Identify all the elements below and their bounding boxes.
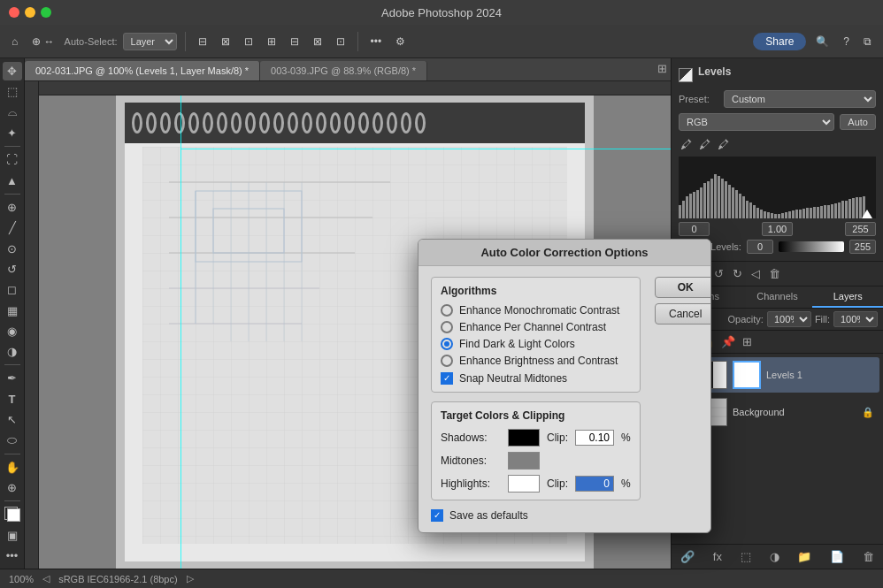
levels-icon	[679, 68, 693, 82]
help-button[interactable]: ?	[839, 33, 854, 50]
path-select-tool[interactable]: ↖	[3, 410, 22, 429]
maximize-button[interactable]	[41, 7, 51, 18]
tab-2[interactable]: 003-039.JPG @ 88.9% (RGB/8) *	[260, 61, 427, 80]
radio-brightness-contrast[interactable]	[441, 355, 453, 367]
blur-tool[interactable]: ◉	[3, 322, 22, 340]
preset-select[interactable]: Custom Default	[724, 90, 876, 108]
eraser-tool[interactable]: ◻	[3, 280, 22, 299]
nav-next[interactable]: ▷	[187, 573, 194, 584]
hand-tool[interactable]: ✋	[3, 458, 22, 477]
fill-select[interactable]: 100%	[833, 311, 878, 327]
magic-wand-tool[interactable]: ✦	[3, 124, 22, 142]
svg-rect-37	[756, 208, 759, 218]
minimize-button[interactable]	[25, 7, 35, 18]
history-brush-tool[interactable]: ↺	[3, 260, 22, 279]
redo-icon[interactable]: ↻	[731, 265, 744, 282]
add-effect-button[interactable]: fx	[711, 548, 724, 565]
lock-artboard-icon[interactable]: ⊞	[741, 333, 754, 350]
lock-position-icon[interactable]: 📌	[719, 333, 737, 350]
pen-tool[interactable]: ✒	[3, 369, 22, 387]
auto-button[interactable]: Auto	[840, 114, 876, 130]
search-button[interactable]: 🔍	[811, 33, 833, 50]
white-point-slider[interactable]	[862, 210, 872, 218]
move-tool-button[interactable]: ⊕ ↔	[27, 33, 58, 50]
levels-max-input[interactable]	[845, 222, 876, 236]
save-defaults-checkbox[interactable]	[431, 509, 443, 522]
eyedropper-tool[interactable]: ▲	[3, 172, 22, 190]
levels-inputs-row	[679, 222, 876, 236]
gradient-tool[interactable]: ▦	[3, 301, 22, 319]
radio-find-dark-light[interactable]	[441, 338, 453, 350]
home-button[interactable]: ⌂	[7, 33, 22, 50]
output-max-input[interactable]	[849, 240, 876, 254]
brush-tool[interactable]: ╱	[3, 218, 22, 237]
rectangular-marquee-tool[interactable]: ⬚	[3, 82, 22, 101]
lasso-tool[interactable]: ⌓	[3, 103, 22, 122]
sample-midtones-icon[interactable]: 🖍	[697, 136, 712, 153]
ok-button[interactable]: OK	[655, 277, 711, 298]
new-layer-button[interactable]: 📄	[828, 548, 846, 565]
color-profile: sRGB IEC61966-2.1 (8bpc)	[58, 574, 178, 584]
tab-1[interactable]: 002-031.JPG @ 100% (Levels 1, Layer Mask…	[25, 61, 260, 80]
radio-per-channel[interactable]	[441, 321, 453, 333]
levels-min-input[interactable]	[679, 222, 710, 236]
undo-icon[interactable]: ↺	[712, 265, 726, 282]
crop-tool[interactable]: ⛶	[3, 150, 22, 169]
nav-prev[interactable]: ◁	[42, 573, 50, 584]
close-button[interactable]	[9, 7, 19, 18]
new-adjustment-button[interactable]: ◑	[768, 548, 781, 565]
svg-rect-30	[732, 187, 734, 218]
align-center-button[interactable]: ⊠	[217, 33, 234, 50]
settings-button[interactable]: ⚙	[391, 33, 410, 50]
zoom-tool[interactable]: ⊕	[3, 478, 22, 497]
sample-highlights-icon[interactable]: 🖍	[716, 136, 731, 153]
sample-shadows-icon[interactable]: 🖍	[679, 136, 694, 153]
tab-channels[interactable]: Channels	[742, 286, 813, 308]
share-button[interactable]: Share	[753, 33, 806, 50]
align-bottom-button[interactable]: ⊠	[309, 33, 326, 50]
align-distributed-button[interactable]: ⊡	[332, 33, 349, 50]
channel-select[interactable]: RGB Red Green Blue	[679, 113, 834, 131]
add-mask-button[interactable]: ⬚	[739, 548, 753, 565]
shadows-row: Shadows: Clip: %	[441, 429, 631, 447]
shadows-pct: %	[621, 431, 631, 444]
highlights-swatch[interactable]	[508, 475, 540, 493]
delete-adjustment-icon[interactable]: 🗑	[767, 265, 782, 282]
healing-tool[interactable]: ⊕	[3, 198, 22, 217]
shadows-clip-input[interactable]	[575, 430, 614, 446]
highlights-clip-input[interactable]	[575, 476, 614, 492]
opacity-select[interactable]: 100%	[767, 311, 811, 327]
levels-mid-input[interactable]	[762, 222, 793, 236]
horizontal-ruler	[25, 81, 671, 95]
output-min-input[interactable]	[747, 240, 773, 254]
radio-monochromatic[interactable]	[441, 304, 453, 317]
quick-mask-tool[interactable]: ▣	[3, 525, 22, 544]
svg-rect-60	[838, 202, 841, 218]
auto-select-select[interactable]: Layer Group	[123, 33, 177, 50]
canvas-expand-button[interactable]: ⊞	[654, 58, 671, 79]
tab-layers[interactable]: Layers	[812, 286, 883, 308]
link-button[interactable]: 🔗	[679, 548, 696, 565]
shape-tool[interactable]: ⬭	[3, 431, 22, 449]
cancel-button[interactable]: Cancel	[655, 303, 711, 325]
arrange-button[interactable]: ⧉	[859, 33, 876, 50]
svg-rect-45	[785, 212, 787, 218]
svg-rect-63	[848, 199, 851, 218]
dodge-tool[interactable]: ◑	[3, 342, 22, 361]
align-middle-button[interactable]: ⊟	[286, 33, 303, 50]
delete-layer-button[interactable]: 🗑	[861, 548, 876, 565]
move-tool[interactable]: ✥	[3, 62, 22, 80]
view-previous-icon[interactable]: ◁	[749, 265, 762, 282]
more-options-button[interactable]: •••	[366, 33, 387, 50]
align-right-button[interactable]: ⊡	[240, 33, 257, 50]
stamp-tool[interactable]: ⊙	[3, 239, 22, 257]
midtones-swatch[interactable]	[508, 452, 540, 470]
more-tools-button[interactable]: •••	[3, 546, 22, 565]
align-top-button[interactable]: ⊞	[263, 33, 280, 50]
text-tool[interactable]: T	[3, 390, 22, 409]
align-left-button[interactable]: ⊟	[194, 33, 211, 50]
shadows-swatch[interactable]	[508, 429, 540, 447]
new-group-button[interactable]: 📁	[795, 548, 813, 565]
foreground-background-color[interactable]	[3, 505, 22, 523]
snap-midtones-checkbox[interactable]	[441, 372, 453, 385]
